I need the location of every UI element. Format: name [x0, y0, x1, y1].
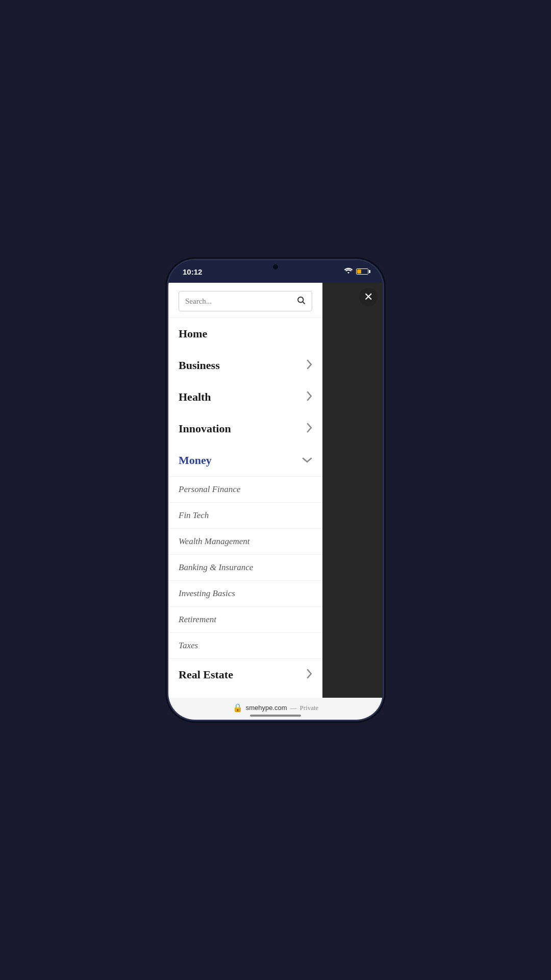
home-indicator[interactable]	[250, 715, 301, 717]
svg-line-1	[303, 302, 305, 304]
url-text: smehype.com	[246, 704, 287, 712]
search-area	[168, 283, 322, 318]
lock-icon: 🔒	[233, 703, 243, 713]
search-box	[179, 291, 312, 311]
url-separator: —	[290, 704, 297, 712]
nav-item-money[interactable]: Money	[168, 445, 322, 476]
menu-panel: Home Business Health	[168, 283, 322, 698]
nav-label-real-estate: Real Estate	[179, 668, 233, 681]
nav-label-home: Home	[179, 327, 207, 340]
nav-label-money: Money	[179, 454, 212, 467]
nav-label-health: Health	[179, 390, 211, 404]
chevron-right-icon	[306, 423, 312, 435]
nav-label-innovation: Innovation	[179, 422, 231, 435]
search-input[interactable]	[185, 297, 296, 306]
nav-label-business: Business	[179, 359, 220, 372]
battery-fill	[357, 270, 361, 274]
svg-point-0	[298, 297, 304, 303]
submenu-item-banking-insurance[interactable]: Banking & Insurance	[168, 555, 322, 581]
camera-dot	[273, 264, 278, 270]
submenu-item-fin-tech[interactable]: Fin Tech	[168, 503, 322, 529]
nav-item-business[interactable]: Business	[168, 350, 322, 381]
sub-label-investing-basics: Investing Basics	[179, 589, 235, 599]
nav-item-home[interactable]: Home	[168, 318, 322, 350]
chevron-right-icon	[306, 669, 312, 681]
chevron-down-icon	[302, 456, 312, 465]
chevron-right-icon	[306, 359, 312, 372]
submenu-item-wealth-management[interactable]: Wealth Management	[168, 529, 322, 555]
nav-item-health[interactable]: Health	[168, 381, 322, 413]
submenu-item-retirement[interactable]: Retirement	[168, 607, 322, 633]
submenu-item-taxes[interactable]: Taxes	[168, 633, 322, 659]
sub-label-taxes: Taxes	[179, 641, 198, 651]
submenu-item-personal-finance[interactable]: Personal Finance	[168, 477, 322, 503]
sub-label-banking-insurance: Banking & Insurance	[179, 562, 253, 573]
nav-item-innovation[interactable]: Innovation	[168, 413, 322, 445]
sub-label-retirement: Retirement	[179, 615, 216, 625]
submenu-item-investing-basics[interactable]: Investing Basics	[168, 581, 322, 607]
sub-label-personal-finance: Personal Finance	[179, 484, 240, 495]
search-button[interactable]	[296, 296, 306, 307]
wifi-icon	[344, 267, 353, 276]
battery-icon	[356, 268, 368, 275]
nav-list: Home Business Health	[168, 318, 322, 698]
sub-label-fin-tech: Fin Tech	[179, 510, 209, 521]
money-submenu: Personal Finance Fin Tech Wealth Managem…	[168, 476, 322, 659]
notch	[245, 260, 306, 273]
nav-item-real-estate[interactable]: Real Estate	[168, 659, 322, 691]
nav-item-lifestyle[interactable]: LIfestyle	[168, 691, 322, 698]
close-button[interactable]: ✕	[359, 288, 378, 306]
status-icons	[344, 267, 368, 276]
chevron-right-icon	[306, 391, 312, 403]
private-mode-label: Private	[300, 704, 319, 712]
sub-label-wealth-management: Wealth Management	[179, 536, 250, 547]
phone-screen: ✕ Home	[168, 283, 383, 698]
status-time: 10:12	[183, 267, 202, 276]
